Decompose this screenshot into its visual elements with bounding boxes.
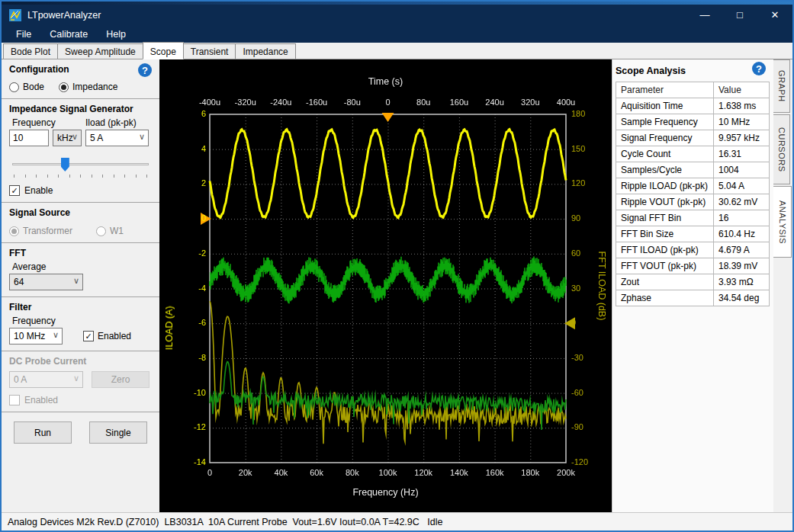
signal-generator-section: Impedance Signal Generator Frequency Ilo… — [2, 99, 159, 203]
frequency-unit-select[interactable]: kHz ∨ — [53, 130, 82, 146]
analysis-table: ParameterValueAquisition Time1.638 msSam… — [616, 82, 770, 306]
axis-tick-label: -4 — [198, 284, 206, 293]
side-tab-cursors[interactable]: CURSORS — [773, 114, 790, 184]
slider-tick — [80, 175, 81, 178]
run-button-row: Run Single — [2, 412, 159, 444]
minimize-button[interactable]: — — [687, 5, 722, 25]
dc-probe-enabled-checkbox[interactable] — [9, 395, 20, 405]
chevron-down-icon: ∨ — [72, 132, 78, 142]
fft-title: FFT — [9, 248, 152, 258]
table-row[interactable]: Samples/Cycle1004 — [616, 162, 770, 178]
axis-tick-label: 400u — [557, 98, 575, 107]
parameter-cell: Zphase — [616, 290, 714, 306]
run-button[interactable]: Run — [14, 421, 72, 444]
axis-tick-label: 60 — [571, 248, 580, 258]
transformer-radio[interactable] — [9, 226, 19, 236]
table-row[interactable]: Zphase34.54 deg — [616, 290, 770, 306]
dc-probe-enabled-label: Enabled — [24, 395, 58, 405]
tab-bode-plot[interactable]: Bode Plot — [3, 43, 58, 59]
single-button[interactable]: Single — [89, 421, 147, 444]
menu-file[interactable]: File — [8, 27, 40, 42]
axis-tick-label: 180 — [571, 109, 585, 118]
axis-tick-label: -6 — [198, 318, 206, 327]
axis-tick-label: 120k — [414, 468, 432, 477]
close-button[interactable]: ✕ — [757, 5, 792, 25]
table-row[interactable]: Sample Frequency10 MHz — [616, 114, 770, 130]
tab-transient[interactable]: Transient — [183, 43, 236, 59]
value-cell: 3.93 mΩ — [714, 274, 770, 290]
table-row[interactable]: Aquisition Time1.638 ms — [616, 98, 770, 114]
axis-tick-label: 20k — [239, 468, 252, 477]
analysis-help-icon[interactable]: ? — [752, 62, 766, 75]
dc-probe-section: DC Probe Current 0 A ∨ Zero Enabled — [2, 351, 159, 412]
table-row[interactable]: Signal FFT Bin16 — [616, 210, 770, 226]
bode-radio[interactable] — [9, 82, 19, 92]
table-row[interactable]: FFT VOUT (pk-pk)18.39 mV — [616, 258, 770, 274]
average-select[interactable]: 64 ∨ — [9, 274, 83, 290]
parameter-cell: Ripple VOUT (pk-pk) — [616, 194, 714, 210]
side-tab-strip: GRAPHCURSORSANALYSIS — [773, 59, 792, 512]
slider-tick-marks — [14, 175, 147, 178]
filter-frequency-select[interactable]: 10 MHz ∨ — [9, 328, 63, 345]
axis-tick-label: 80u — [416, 98, 430, 107]
dc-probe-title: DC Probe Current — [9, 356, 152, 367]
impedance-radio-label: Impedance — [72, 82, 117, 92]
status-bar: Analog Devices M2k Rev.D (Z7010) LB3031A… — [2, 512, 792, 530]
configuration-section: Configuration ? Bode Impedance — [2, 59, 159, 99]
axis-tick-label: -240u — [270, 98, 291, 107]
frequency-axis-title: Frequency (Hz) — [159, 487, 612, 498]
w1-radio-label: W1 — [110, 226, 124, 236]
slider-tick — [36, 175, 37, 178]
dc-probe-select[interactable]: 0 A ∨ — [9, 371, 83, 388]
frequency-slider-track[interactable] — [12, 163, 149, 165]
title-bar[interactable]: LTpowerAnalyzer — □ ✕ — [2, 5, 792, 25]
tab-sweep-amplitude[interactable]: Sweep Amplitude — [57, 43, 143, 59]
axis-tick-label: 40k — [275, 468, 288, 477]
menu-help[interactable]: Help — [98, 27, 134, 42]
signal-source-section: Signal Source Transformer W1 — [2, 203, 159, 243]
frequency-slider[interactable] — [9, 157, 152, 172]
axis-tick-label: 160u — [450, 98, 468, 107]
value-cell: 10 MHz — [714, 114, 770, 130]
table-row[interactable]: FFT Bin Size610.4 Hz — [616, 226, 770, 242]
table-row[interactable]: Zout3.93 mΩ — [616, 274, 770, 290]
table-row[interactable]: FFT ILOAD (pk-pk)4.679 A — [616, 242, 770, 258]
fft-section: FFT Average 64 ∨ — [2, 243, 159, 297]
scope-canvas[interactable] — [159, 59, 612, 512]
tab-impedance[interactable]: Impedance — [235, 43, 295, 59]
axis-tick-label: -8 — [198, 353, 206, 362]
value-cell: 1.638 ms — [714, 98, 770, 114]
frequency-unit-value: kHz — [57, 133, 73, 143]
impedance-radio[interactable] — [59, 82, 69, 92]
axis-tick-label: 320u — [521, 98, 539, 107]
axis-tick-label: 0 — [201, 213, 206, 223]
configuration-title: Configuration — [9, 64, 152, 75]
table-row[interactable]: Ripple VOUT (pk-pk)30.62 mV — [616, 194, 770, 210]
side-tab-analysis[interactable]: ANALYSIS — [773, 186, 792, 258]
signal-generator-title: Impedance Signal Generator — [9, 104, 152, 114]
axis-tick-label: 0 — [385, 98, 390, 107]
slider-tick — [58, 175, 59, 178]
axis-tick-label: -60 — [571, 388, 583, 397]
window-title: LTpowerAnalyzer — [27, 10, 101, 21]
menu-calibrate[interactable]: Calibrate — [41, 27, 96, 42]
configuration-help-icon[interactable]: ? — [138, 63, 152, 77]
side-tab-graph[interactable]: GRAPH — [773, 59, 790, 113]
frequency-input[interactable] — [9, 130, 49, 146]
chevron-down-icon: ∨ — [73, 276, 79, 286]
frequency-slider-thumb[interactable] — [61, 158, 69, 171]
filter-frequency-label: Frequency — [12, 316, 85, 326]
chevron-down-icon: ∨ — [53, 330, 59, 340]
iload-select[interactable]: 5 A ∨ — [85, 130, 149, 146]
zero-button[interactable]: Zero — [92, 371, 149, 388]
table-row[interactable]: Ripple ILOAD (pk-pk)5.04 A — [616, 178, 770, 194]
table-row[interactable]: Signal Frequency9.957 kHz — [616, 130, 770, 146]
time-axis-title: Time (s) — [159, 76, 612, 87]
tab-scope[interactable]: Scope — [143, 42, 184, 59]
enable-checkbox[interactable]: ✓ — [9, 185, 20, 196]
filter-enabled-checkbox[interactable]: ✓ — [83, 331, 94, 341]
w1-radio[interactable] — [96, 226, 106, 236]
parameter-cell: Ripple ILOAD (pk-pk) — [616, 178, 714, 194]
table-row[interactable]: Cycle Count16.31 — [616, 146, 770, 162]
maximize-button[interactable]: □ — [722, 5, 757, 25]
